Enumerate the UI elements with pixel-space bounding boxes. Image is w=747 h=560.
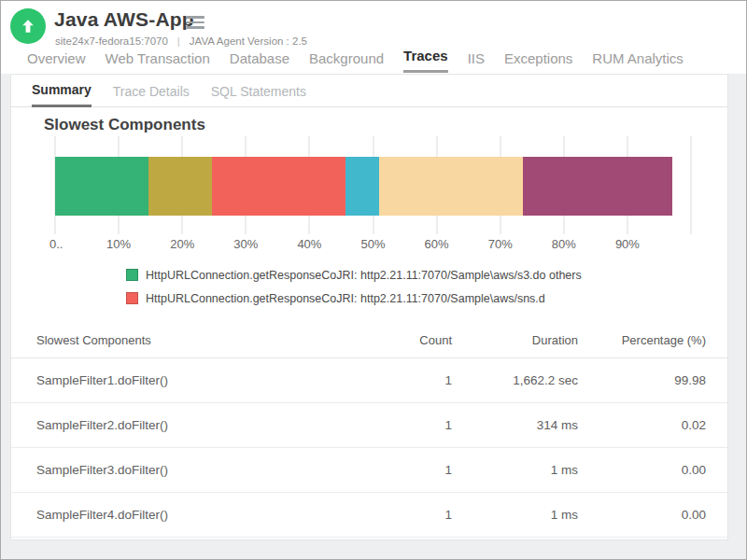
legend-item[interactable]: HttpURLConnection.getResponseCoJRI: http… [126,287,727,310]
cell-duration: 1 ms [452,463,578,477]
cell-percentage: 99.98 [578,373,706,387]
app-window: Java AWS-App site24x7-fedora15:7070|JAVA… [0,0,747,560]
header-component: Slowest Components [36,333,368,347]
cell-percentage: 0.00 [578,463,706,477]
cell-duration: 1 ms [452,508,578,522]
cell-duration: 314 ms [452,418,578,432]
trace-subtabs: Summary Trace Details SQL Statements [11,75,727,107]
tab-exceptions[interactable]: Exceptions [504,50,572,73]
axis-tick-label: 90% [615,237,640,251]
table-row[interactable]: SampleFilter2.doFilter() 1 314 ms 0.02 [11,403,727,448]
section-title: Slowest Components [44,116,727,134]
agent-version: JAVA Agent Version : 2.5 [190,35,307,47]
cell-duration: 1,662.2 sec [452,373,578,387]
axis-tick-label: 80% [552,237,576,251]
bar-segment-3[interactable] [212,157,345,216]
table-header-row: Slowest Components Count Duration Percen… [11,323,727,358]
tab-web-transaction[interactable]: Web Transaction [106,50,210,73]
cell-percentage: 0.02 [578,418,706,432]
stacked-bar [55,157,691,216]
chart-legend: HttpURLConnection.getResponseCoJRI: http… [126,263,727,310]
tab-database[interactable]: Database [230,50,289,73]
tab-iis[interactable]: IIS [468,50,485,73]
axis-tick-label: 20% [170,237,194,251]
axis-tick-label: 30% [233,237,258,251]
up-arrow-icon [19,17,37,35]
cell-component: SampleFilter3.doFilter() [36,463,368,477]
bar-segment-1[interactable] [55,157,148,216]
axis-tick-label: 60% [425,237,449,251]
bar-segment-2[interactable] [148,157,212,216]
header-count: Count [368,333,452,347]
subtab-trace-details[interactable]: Trace Details [113,84,190,106]
cell-count: 1 [368,373,452,387]
cell-percentage: 0.00 [578,508,706,522]
legend-swatch [126,292,138,304]
stacked-bar-chart: 0..10%20%30%40%50%60%70%80%90% [55,136,691,258]
main-nav: Overview Web Transaction Database Backgr… [27,48,684,73]
app-status-icon [10,8,46,44]
legend-label: HttpURLConnection.getResponseCoJRI: http… [146,292,545,305]
bar-segment-4[interactable] [345,157,380,216]
axis-tick-label: 40% [297,237,321,251]
app-subtitle: site24x7-fedora15:7070|JAVA Agent Versio… [55,35,307,47]
header-percentage: Percentage (%) [578,333,706,347]
tab-overview[interactable]: Overview [27,50,86,73]
app-title: Java AWS-App [54,8,194,31]
cell-count: 1 [368,418,452,432]
table-row[interactable]: SampleFilter3.doFilter() 1 1 ms 0.00 [11,448,727,493]
app-header: Java AWS-App site24x7-fedora15:7070|JAVA… [1,1,746,74]
legend-item[interactable]: HttpURLConnection.getResponseCoJRI: http… [126,263,727,287]
table-row[interactable]: SampleFilter1.doFilter() 1 1,662.2 sec 9… [11,358,727,403]
axis-tick-label: 0.. [49,237,63,251]
subtitle-separator: | [177,35,180,47]
cell-component: SampleFilter4.doFilter() [36,508,368,522]
legend-label: HttpURLConnection.getResponseCoJRI: http… [146,269,582,282]
tab-background[interactable]: Background [309,50,384,73]
bar-segment-5[interactable] [379,157,523,216]
subtab-sql-statements[interactable]: SQL Statements [211,84,306,106]
axis-tick-label: 50% [360,237,385,251]
axis-tick-label: 10% [106,237,131,251]
table-row[interactable]: SampleFilter4.doFilter() 1 1 ms 0.00 [11,493,727,538]
bar-segment-6[interactable] [523,157,672,216]
tab-traces[interactable]: Traces [403,48,448,73]
axis-tick-label: 70% [488,237,513,251]
legend-swatch [126,269,138,281]
cell-count: 1 [368,508,452,522]
subtab-summary[interactable]: Summary [32,82,92,107]
content-card: Summary Trace Details SQL Statements Slo… [10,74,728,540]
cell-component: SampleFilter2.doFilter() [36,418,368,432]
header-duration: Duration [452,333,578,347]
tab-rum-analytics[interactable]: RUM Analytics [592,50,684,73]
cell-count: 1 [368,463,452,477]
host-name: site24x7-fedora15:7070 [55,35,168,47]
cell-component: SampleFilter1.doFilter() [36,373,368,387]
slowest-components-table: Slowest Components Count Duration Percen… [11,323,727,538]
menu-icon[interactable] [186,16,204,32]
